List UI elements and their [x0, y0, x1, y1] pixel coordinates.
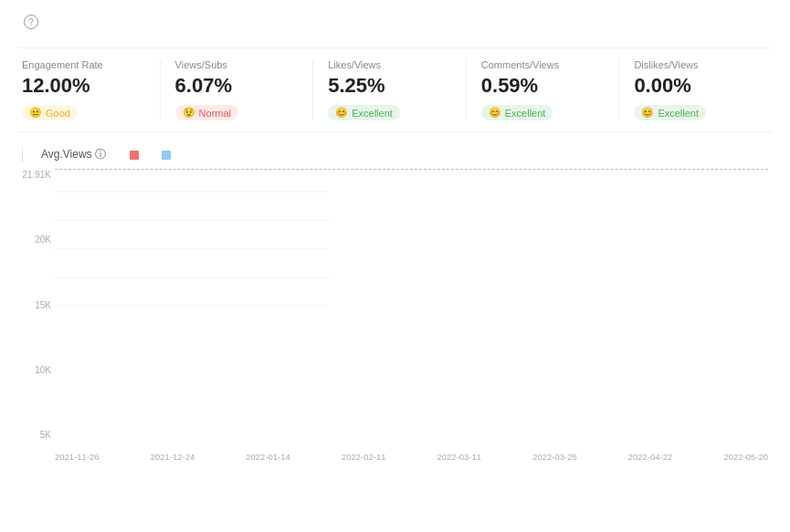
metric-label-2: Likes/Views — [328, 59, 451, 70]
badge-emoji-4: 😊 — [641, 107, 654, 119]
metric-value-0: 12.00% — [22, 74, 145, 98]
avg-line — [55, 169, 768, 170]
badge-emoji-3: 😊 — [489, 107, 501, 119]
metric-value-4: 0.00% — [634, 74, 757, 98]
live-stream-legend — [162, 151, 175, 160]
y-label-1: 20K — [35, 235, 51, 245]
avg-views-label: Avg.Views ⓘ — [41, 147, 106, 162]
x-label-1: 2021-12-24 — [151, 452, 195, 462]
y-label-0: 21.91K — [22, 170, 51, 180]
metric-badge-4: 😊 Excellent — [634, 105, 706, 120]
metric-value-2: 5.25% — [328, 74, 451, 98]
y-label-3: 10K — [35, 365, 51, 375]
metric-label-4: Dislikes/Views — [634, 59, 757, 70]
metric-badge-1: 😟 Normal — [175, 105, 238, 120]
badge-emoji-1: 😟 — [183, 107, 195, 119]
metric-item-2: Likes/Views 5.25% 😊 Excellent — [313, 59, 467, 120]
metric-item-0: Engagement Rate 12.00% 😐 Good — [18, 59, 161, 120]
metric-label-3: Comments/Views — [481, 59, 605, 70]
info-icon[interactable]: ? — [24, 15, 38, 29]
chart-area — [55, 170, 768, 440]
x-label-5: 2022-03-25 — [532, 452, 577, 462]
badge-text-1: Normal — [199, 108, 231, 119]
metric-label-1: Views/Subs — [175, 59, 299, 70]
normal-video-icon — [130, 151, 139, 160]
title-area: ? — [18, 15, 38, 29]
metric-item-3: Comments/Views 0.59% 😊 Excellent — [467, 59, 620, 120]
badge-text-4: Excellent — [658, 108, 699, 119]
grid-lines — [55, 170, 329, 307]
badge-text-0: Good — [46, 108, 70, 119]
main-container: ? Engagement Rate 12.00% 😐 Good Views/Su… — [0, 0, 790, 462]
chart-section: Avg.Views ⓘ 21.91K20K15K10K5K 2021-11-26… — [18, 147, 772, 462]
metric-badge-3: 😊 Excellent — [481, 105, 553, 120]
metric-item-1: Views/Subs 6.07% 😟 Normal — [161, 59, 314, 120]
metric-label-0: Engagement Rate — [22, 59, 145, 70]
badge-emoji-2: 😊 — [335, 107, 348, 119]
metrics-row: Engagement Rate 12.00% 😐 Good Views/Subs… — [18, 47, 772, 132]
chart-wrapper: 21.91K20K15K10K5K 2021-11-262021-12-2420… — [22, 170, 768, 462]
metric-value-3: 0.59% — [481, 74, 605, 98]
metric-value-1: 6.07% — [175, 74, 299, 98]
x-label-6: 2022-04-22 — [628, 452, 673, 462]
x-label-7: 2022-05-20 — [723, 452, 768, 462]
metric-badge-0: 😐 Good — [22, 105, 78, 120]
chart-legend: Avg.Views ⓘ — [22, 147, 768, 162]
metric-item-4: Dislikes/Views 0.00% 😊 Excellent — [619, 59, 772, 120]
x-axis: 2021-11-262021-12-242022-01-142022-02-11… — [55, 452, 768, 462]
x-label-2: 2022-01-14 — [246, 452, 290, 462]
y-label-4: 5K — [40, 430, 51, 440]
x-label-4: 2022-03-11 — [437, 452, 482, 462]
y-label-2: 15K — [35, 300, 51, 310]
y-axis: 21.91K20K15K10K5K — [22, 170, 55, 440]
x-label-3: 2022-02-11 — [342, 452, 386, 462]
x-label-0: 2021-11-26 — [55, 452, 100, 462]
header: ? — [18, 15, 772, 29]
live-stream-icon — [162, 151, 171, 160]
badge-emoji-0: 😐 — [29, 107, 42, 119]
avg-views-legend: Avg.Views ⓘ — [41, 147, 111, 162]
badge-text-3: Excellent — [505, 108, 546, 119]
metric-badge-2: 😊 Excellent — [328, 105, 400, 120]
badge-text-2: Excellent — [352, 108, 393, 119]
normal-video-legend — [130, 151, 143, 160]
